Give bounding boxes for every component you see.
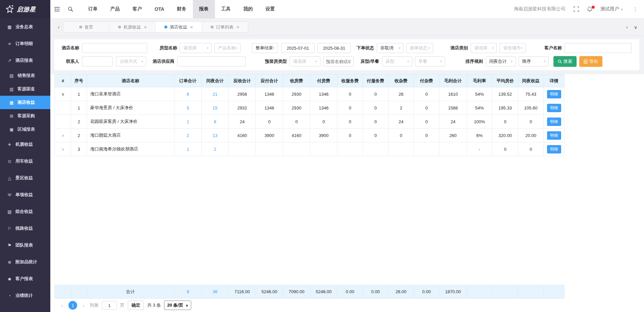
contact-input[interactable] (82, 56, 113, 66)
supplier-input[interactable] (177, 56, 246, 66)
page-size-select[interactable]: 20 条/页 ∨ (164, 301, 191, 310)
hotel-class-select[interactable]: 请选择▼ (471, 43, 497, 53)
nav-item-4[interactable]: OTA (148, 0, 171, 18)
expand-cell[interactable]: ∨ (55, 87, 71, 101)
sidebar-item-15[interactable]: ⚑团队报表 (0, 237, 50, 254)
sort-direction-select[interactable]: 降序▼ (519, 56, 549, 66)
bed-type-select[interactable]: 床型▼ (382, 56, 412, 66)
order-count-link[interactable]: 6 (186, 92, 189, 97)
nights-count-link[interactable]: 21 (213, 92, 217, 97)
sidebar-item-7[interactable]: ⊞客源采购 (0, 109, 50, 123)
sidebar-item-17[interactable]: ☻客户报表 (0, 270, 50, 287)
notifications-button[interactable] (587, 6, 592, 12)
value-cell[interactable]: 6 (202, 115, 229, 129)
group-mode-select[interactable]: 分组方式▼ (116, 56, 146, 66)
sidebar-item-3[interactable]: ↗酒店报表 (0, 52, 50, 69)
product-name-select[interactable]: 产品名称▼ (214, 43, 240, 53)
nav-item-5[interactable]: 财务 (171, 0, 193, 18)
sidebar-item-4[interactable]: ▤销售报表 (0, 69, 50, 82)
expand-cell[interactable]: › (55, 129, 71, 142)
search-button[interactable]: 搜索 (553, 56, 577, 67)
fullscreen-button[interactable] (574, 6, 579, 12)
tabs-scroll-left-button[interactable]: ‹ (54, 25, 63, 30)
nights-count-link[interactable]: 6 (214, 119, 216, 124)
detail-button[interactable]: 明细 (547, 90, 561, 98)
room-type-link[interactable]: 豪华海景房 / 大床净价 (87, 101, 174, 115)
date-to-input[interactable] (317, 43, 351, 53)
sidebar-item-12[interactable]: Ψ单项收益 (0, 186, 50, 203)
tab-close-icon[interactable]: × (190, 25, 193, 30)
tab-close-icon[interactable]: × (236, 25, 239, 30)
sidebar-item-11[interactable]: △景区收益 (0, 170, 50, 186)
order-count-link[interactable]: 5 (186, 105, 189, 110)
detail-cell[interactable]: 明细 (544, 101, 565, 115)
detail-cell[interactable]: 明细 (544, 87, 565, 101)
date-from-input[interactable] (281, 43, 315, 53)
settle-mode-select[interactable]: 整单结束▼ (252, 43, 278, 53)
detail-button[interactable]: 明细 (547, 104, 561, 112)
reserve-type-select[interactable]: 请选择▼ (289, 56, 320, 66)
value-cell[interactable]: 13 (202, 129, 229, 142)
nights-count-link[interactable]: 13 (213, 133, 217, 138)
sidebar-item-14[interactable]: ⚐线路收益 (0, 220, 50, 237)
sort-field-select[interactable]: 间夜合计▼ (486, 56, 516, 66)
prev-page-button[interactable]: ‹ (59, 303, 65, 308)
value-cell[interactable]: 2 (174, 129, 202, 142)
tab-3[interactable]: 酒店收益× (156, 21, 202, 33)
detail-button[interactable]: 明细 (547, 118, 561, 126)
tabs-scroll-right-button[interactable]: › (623, 25, 631, 30)
value-cell[interactable]: 5 (174, 101, 202, 115)
nights-count-link[interactable]: 15 (213, 105, 217, 110)
order-count-link[interactable]: 1 (186, 147, 189, 152)
room-type-link[interactable]: 花园双床客房 / 大床净价 (87, 115, 174, 129)
value-cell[interactable]: 6 (174, 87, 202, 101)
tab-close-icon[interactable]: × (144, 25, 147, 30)
user-menu[interactable]: 测试用户 ∨ (600, 6, 623, 12)
nav-item-9[interactable]: 设置 (259, 0, 281, 18)
tab-1[interactable]: 首页 (63, 21, 109, 33)
detail-cell[interactable]: 明细 (544, 129, 565, 142)
accept-status-select[interactable]: 接单状态▼ (406, 43, 433, 53)
sidebar-item-2[interactable]: ≡订单明细 (0, 35, 50, 52)
sidebar-item-9[interactable]: ✈机票收益 (0, 136, 50, 153)
hotel-name-input[interactable] (82, 43, 147, 53)
value-cell[interactable]: 15 (202, 101, 229, 115)
room-type-select[interactable]: 请选择▼ (180, 43, 212, 53)
goto-page-input[interactable] (102, 301, 117, 310)
detail-button[interactable]: 明细 (547, 131, 561, 140)
nav-item-6[interactable]: 报表 (193, 0, 215, 18)
summary-count-link[interactable]: 36 (213, 289, 217, 294)
goto-confirm-button[interactable]: 确定 (128, 301, 144, 310)
value-cell[interactable]: 1 (174, 115, 202, 129)
sidebar-item-1[interactable]: ▦业务总表 (0, 18, 50, 35)
nav-item-8[interactable]: 我的 (237, 0, 259, 18)
order-count-link[interactable]: 2 (186, 133, 189, 138)
export-button[interactable]: 导出 (579, 56, 602, 67)
province-city-select[interactable]: 省份城市▼ (499, 43, 526, 53)
collapse-menu-button[interactable] (50, 0, 64, 18)
tab-4[interactable]: 订单列表× (202, 21, 248, 33)
order-status-select[interactable]: 非取消▼ (377, 43, 404, 53)
nav-item-3[interactable]: 客户 (126, 0, 148, 18)
chevron-right-icon[interactable]: › (62, 133, 64, 138)
chevron-right-icon[interactable]: › (62, 146, 64, 152)
sidebar-item-13[interactable]: ▧组合收益 (0, 203, 50, 220)
sidebar-item-6[interactable]: ▦酒店收益 (0, 96, 50, 109)
value-cell[interactable]: 2 (202, 142, 229, 156)
meal-select[interactable]: 早餐▼ (415, 56, 445, 66)
global-search-button[interactable] (64, 0, 77, 18)
nav-item-7[interactable]: 工具 (215, 0, 237, 18)
order-count-link[interactable]: 1 (186, 119, 189, 124)
value-cell[interactable]: 21 (202, 87, 229, 101)
expand-cell[interactable]: › (55, 142, 71, 156)
nav-item-2[interactable]: 产品 (104, 0, 126, 18)
app-logo[interactable]: 启游星 (0, 0, 50, 18)
reserve-name-input[interactable] (323, 56, 354, 66)
next-page-button[interactable]: › (80, 303, 87, 308)
sidebar-item-5[interactable]: ▥客源渠道 (0, 82, 50, 96)
sidebar-item-10[interactable]: ⊙用车收益 (0, 153, 50, 170)
chevron-down-icon[interactable]: ∨ (61, 91, 64, 97)
sidebar-item-18[interactable]: ◔业绩统计 (0, 287, 50, 304)
nav-item-1[interactable]: 订单 (82, 0, 104, 18)
sidebar-item-16[interactable]: ⊕附加品统计 (0, 254, 50, 270)
